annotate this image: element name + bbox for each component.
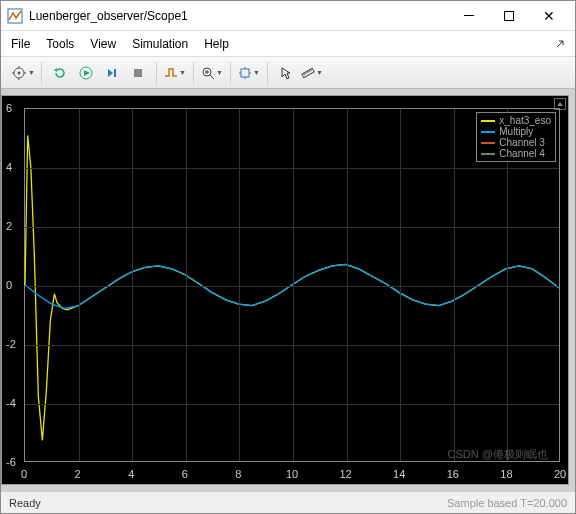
svg-line-26 (307, 71, 308, 73)
svg-line-25 (305, 72, 306, 74)
zoom-in-button[interactable]: ▼ (200, 61, 224, 85)
legend[interactable]: x_hat3_eso Multiply Channel 3 Channel 4 (476, 112, 556, 162)
toolbar: ▼ ▼ ▼ ▼ ▼ (1, 57, 575, 89)
scope-plot[interactable]: x_hat3_eso Multiply Channel 3 Channel 4 … (1, 95, 569, 485)
legend-item-3: Channel 3 (499, 137, 545, 148)
trigger-button[interactable]: ▼ (163, 61, 187, 85)
minimize-button[interactable] (449, 2, 489, 30)
restart-button[interactable] (48, 61, 72, 85)
config-button[interactable]: ▼ (11, 61, 35, 85)
step-forward-button[interactable] (100, 61, 124, 85)
menu-simulation[interactable]: Simulation (132, 37, 188, 51)
svg-line-27 (309, 70, 310, 72)
title-bar: Luenberger_observer/Scope1 ✕ (1, 1, 575, 31)
svg-marker-10 (108, 69, 113, 77)
measure-button[interactable]: ▼ (300, 61, 324, 85)
autoscale-button[interactable]: ▼ (237, 61, 261, 85)
maximize-button[interactable] (489, 2, 529, 30)
menu-bar: File Tools View Simulation Help (1, 31, 575, 57)
status-sample: Sample based T=20.000 (447, 497, 567, 509)
legend-item-4: Channel 4 (499, 148, 545, 159)
close-button[interactable]: ✕ (529, 2, 569, 30)
status-ready: Ready (9, 497, 41, 509)
svg-line-28 (310, 69, 311, 71)
legend-item-2: Multiply (499, 126, 533, 137)
svg-rect-17 (241, 69, 249, 77)
menu-view[interactable]: View (90, 37, 116, 51)
menu-tools[interactable]: Tools (46, 37, 74, 51)
status-bar: Ready Sample based T=20.000 (1, 491, 575, 513)
svg-marker-22 (282, 68, 290, 79)
svg-line-14 (210, 75, 214, 79)
svg-marker-9 (84, 70, 90, 76)
run-button[interactable] (74, 61, 98, 85)
svg-line-24 (304, 73, 305, 75)
app-icon (7, 8, 23, 24)
undock-icon[interactable] (555, 37, 567, 49)
legend-item-1: x_hat3_eso (499, 115, 551, 126)
svg-point-2 (18, 71, 21, 74)
cursor-button[interactable] (274, 61, 298, 85)
svg-marker-7 (54, 68, 57, 72)
window-title: Luenberger_observer/Scope1 (29, 9, 449, 23)
stop-button[interactable] (126, 61, 150, 85)
svg-rect-12 (134, 69, 142, 77)
window-controls: ✕ (449, 2, 569, 30)
svg-rect-11 (114, 69, 116, 77)
menu-file[interactable]: File (11, 37, 30, 51)
plot-area: x_hat3_eso Multiply Channel 3 Channel 4 … (1, 89, 575, 491)
menu-help[interactable]: Help (204, 37, 229, 51)
